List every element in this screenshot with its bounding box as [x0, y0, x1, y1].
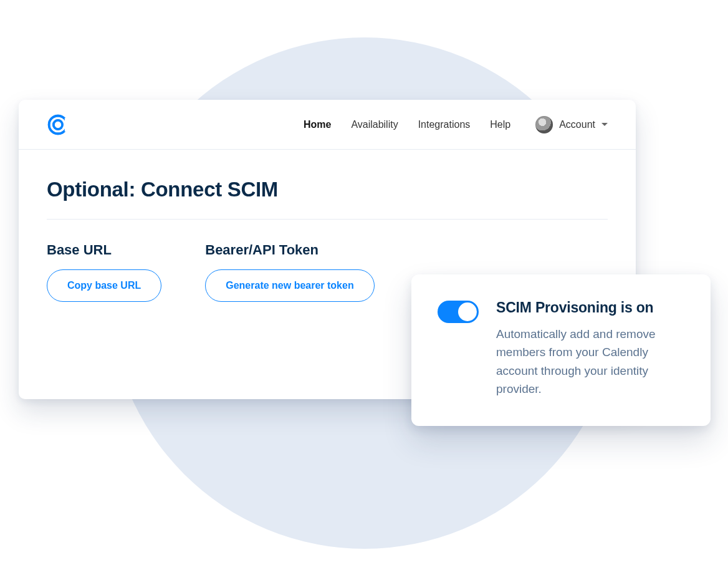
scim-toggle-card: SCIM Provisoning is on Automatically add…: [411, 274, 711, 426]
toggle-description: Automatically add and remove members fro…: [496, 325, 684, 399]
top-nav: Home Availability Integrations Help Acco…: [19, 100, 636, 150]
nav-link-availability[interactable]: Availability: [351, 119, 398, 130]
toggle-title: SCIM Provisoning is on: [496, 299, 684, 316]
nav-link-integrations[interactable]: Integrations: [418, 119, 471, 130]
bearer-token-label: Bearer/API Token: [205, 242, 374, 258]
copy-base-url-button[interactable]: Copy base URL: [47, 269, 161, 302]
nav-link-home[interactable]: Home: [304, 119, 331, 130]
avatar: [535, 116, 553, 133]
svg-rect-7: [65, 118, 69, 132]
nav-link-help[interactable]: Help: [490, 119, 510, 130]
account-label: Account: [559, 119, 595, 130]
toggle-text: SCIM Provisoning is on Automatically add…: [496, 299, 684, 399]
calendly-logo[interactable]: [47, 114, 69, 136]
scim-toggle[interactable]: [438, 301, 479, 323]
base-url-label: Base URL: [47, 242, 161, 258]
generate-bearer-token-button[interactable]: Generate new bearer token: [205, 269, 374, 302]
base-url-section: Base URL Copy base URL: [47, 242, 161, 302]
calendly-logo-icon: [47, 114, 69, 136]
toggle-knob: [458, 302, 477, 321]
nav-links: Home Availability Integrations Help: [304, 119, 510, 130]
divider: [47, 219, 608, 220]
page-title: Optional: Connect SCIM: [47, 178, 608, 201]
account-menu[interactable]: Account: [535, 116, 608, 133]
bearer-token-section: Bearer/API Token Generate new bearer tok…: [205, 242, 374, 302]
chevron-down-icon: [601, 123, 608, 126]
